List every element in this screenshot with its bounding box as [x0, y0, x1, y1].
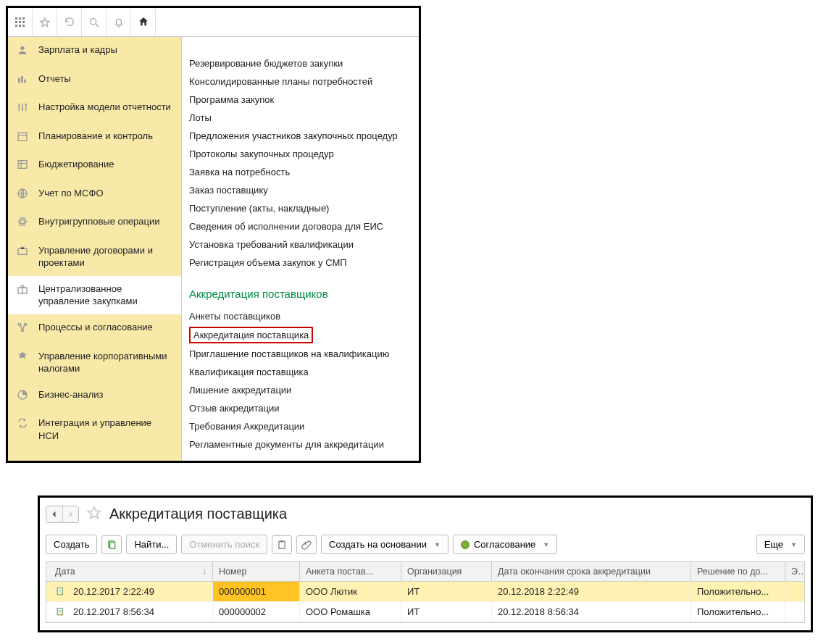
- svg-rect-33: [110, 542, 115, 548]
- svg-rect-20: [18, 161, 27, 169]
- table-row[interactable]: 20.12.2017 8:56:34 000000002 ООО Ромашка…: [46, 602, 804, 622]
- create-button[interactable]: Создать: [46, 535, 97, 554]
- status-dot-icon: [461, 540, 469, 549]
- cell-enddate: 20.12.2018 2:22:49: [492, 582, 691, 602]
- sidebar-item-tax[interactable]: Управление корпоративными налогами: [8, 343, 181, 382]
- svg-rect-2: [22, 17, 25, 20]
- col-decision[interactable]: Решение по до...: [691, 562, 785, 582]
- sidebar-item-label: Централизованное управление закупками: [38, 283, 174, 308]
- sidebar-item-payroll[interactable]: Зарплата и кадры: [8, 37, 181, 66]
- sidebar-item-reports[interactable]: Отчеты: [8, 66, 181, 95]
- nav-buttons: [46, 506, 79, 523]
- cancel-search-button[interactable]: Отменить поиск: [181, 535, 267, 554]
- menu-link[interactable]: Программа закупок: [189, 91, 412, 109]
- menu-link[interactable]: Сведения об исполнении договора для ЕИС: [189, 217, 412, 235]
- sidebar-item-intercompany[interactable]: Внутригрупповые операции: [8, 209, 181, 238]
- sidebar-item-bi[interactable]: Бизнес-анализ: [8, 382, 181, 411]
- sidebar-item-contracts[interactable]: Управление договорами и проектами: [8, 238, 181, 276]
- menu-link-accreditation[interactable]: Аккредитация поставщика: [189, 327, 313, 343]
- copy-button[interactable]: [101, 535, 122, 554]
- more-button[interactable]: Еще▼: [756, 535, 805, 554]
- menu-section-header: Аккредитация поставщиков: [189, 288, 412, 300]
- cell-decision: Положительно...: [691, 582, 785, 602]
- sliders-icon: [17, 101, 30, 117]
- search-icon[interactable]: [82, 9, 107, 36]
- svg-point-9: [90, 18, 96, 24]
- titlebar: Аккредитация поставщика: [46, 505, 805, 523]
- nav-forward-button[interactable]: [62, 506, 78, 522]
- sidebar-item-label: Бизнес-анализ: [38, 388, 174, 401]
- svg-rect-12: [18, 78, 20, 83]
- sidebar-item-label: Зарплата и кадры: [38, 43, 174, 57]
- menu-link[interactable]: Анкеты поставщиков: [189, 307, 412, 325]
- history-icon[interactable]: [57, 9, 82, 36]
- svg-rect-5: [22, 21, 25, 23]
- menu-link[interactable]: Заявка на потребность: [189, 163, 412, 181]
- find-button[interactable]: Найти...: [126, 535, 177, 554]
- favorite-icon[interactable]: [86, 505, 102, 523]
- table-icon: [17, 159, 30, 174]
- apps-icon[interactable]: [8, 9, 33, 36]
- refresh-icon: [17, 417, 30, 432]
- create-based-button[interactable]: Создать на основании▼: [321, 535, 448, 554]
- col-date[interactable]: Дата↓: [46, 562, 213, 582]
- attach-button[interactable]: [296, 535, 317, 554]
- menu-window: Зарплата и кадры Отчеты Настройка модели…: [6, 6, 421, 463]
- pie-icon: [17, 389, 30, 404]
- menu-link[interactable]: Приглашение поставщиков на квалификацию: [189, 345, 412, 363]
- cell-number: 000000001: [213, 582, 300, 602]
- svg-rect-1: [19, 17, 21, 20]
- col-org[interactable]: Организация: [401, 562, 492, 582]
- menu-link[interactable]: Установка требований квалификации: [189, 235, 412, 254]
- menu-link[interactable]: Предложения участников закупочных процед…: [189, 127, 412, 145]
- sidebar-item-procurement[interactable]: Централизованное управление закупками: [8, 276, 181, 314]
- sidebar-item-label: Отчеты: [38, 72, 174, 85]
- menu-link[interactable]: Регламентные документы для аккредитации: [189, 435, 412, 453]
- menu-link[interactable]: Требования Аккредитации: [189, 417, 412, 435]
- svg-rect-14: [24, 79, 26, 83]
- sidebar-item-planning[interactable]: Планирование и контроль: [8, 123, 181, 152]
- home-icon[interactable]: [131, 9, 156, 36]
- svg-rect-6: [15, 25, 17, 27]
- svg-point-17: [25, 104, 27, 106]
- sidebar-item-integration[interactable]: Интеграция и управление НСИ: [8, 410, 181, 448]
- sidebar-item-label: Процессы и согласование: [38, 321, 174, 334]
- col-number[interactable]: Номер: [213, 562, 300, 582]
- nav-back-button[interactable]: [46, 506, 62, 522]
- cell-org: ИТ: [401, 602, 492, 622]
- document-icon: [55, 587, 66, 596]
- col-eto[interactable]: Это п: [785, 562, 804, 582]
- table-row[interactable]: 20.12.2017 2:22:49 000000001 ООО Лютик И…: [46, 582, 804, 602]
- cell-date: 20.12.2017 2:22:49: [46, 582, 213, 602]
- col-enddate[interactable]: Дата окончания срока аккредитации: [492, 562, 691, 582]
- flow-icon: [17, 322, 30, 337]
- sidebar-item-label: Внутригрупповые операции: [38, 215, 174, 228]
- menu-link[interactable]: Консолидированные планы потребностей: [189, 72, 412, 91]
- menu-link[interactable]: Квалификация поставщика: [189, 363, 412, 381]
- svg-point-30: [21, 329, 23, 331]
- svg-rect-35: [280, 540, 283, 542]
- menu-link[interactable]: Заказ поставщику: [189, 181, 412, 199]
- clipboard-button[interactable]: [272, 535, 292, 554]
- sidebar-item-budgeting[interactable]: Бюджетирование: [8, 151, 181, 180]
- menu-link[interactable]: Лишение аккредитации: [189, 381, 412, 399]
- approval-button[interactable]: Согласование▼: [453, 535, 557, 554]
- col-profile[interactable]: Анкета постав...: [300, 562, 401, 582]
- sidebar-item-label: Учет по МСФО: [38, 187, 174, 200]
- briefcase-icon: [17, 245, 30, 260]
- sidebar: Зарплата и кадры Отчеты Настройка модели…: [8, 37, 182, 461]
- svg-rect-3: [15, 21, 17, 23]
- svg-point-15: [18, 105, 20, 107]
- sidebar-item-processes[interactable]: Процессы и согласование: [8, 314, 181, 343]
- menu-link[interactable]: Лоты: [189, 109, 412, 127]
- menu-link[interactable]: Резервирование бюджетов закупки: [189, 54, 412, 72]
- menu-link[interactable]: Протоколы закупочных процедур: [189, 145, 412, 163]
- star-icon[interactable]: [33, 9, 57, 36]
- svg-rect-18: [18, 133, 27, 141]
- menu-link[interactable]: Поступление (акты, накладные): [189, 199, 412, 217]
- sidebar-item-ifrs[interactable]: Учет по МСФО: [8, 180, 181, 209]
- menu-link[interactable]: Регистрация объема закупок у СМП: [189, 254, 412, 272]
- menu-link[interactable]: Отзыв аккредитации: [189, 399, 412, 417]
- bell-icon[interactable]: [107, 9, 131, 36]
- sidebar-item-model-setup[interactable]: Настройка модели отчетности: [8, 94, 181, 123]
